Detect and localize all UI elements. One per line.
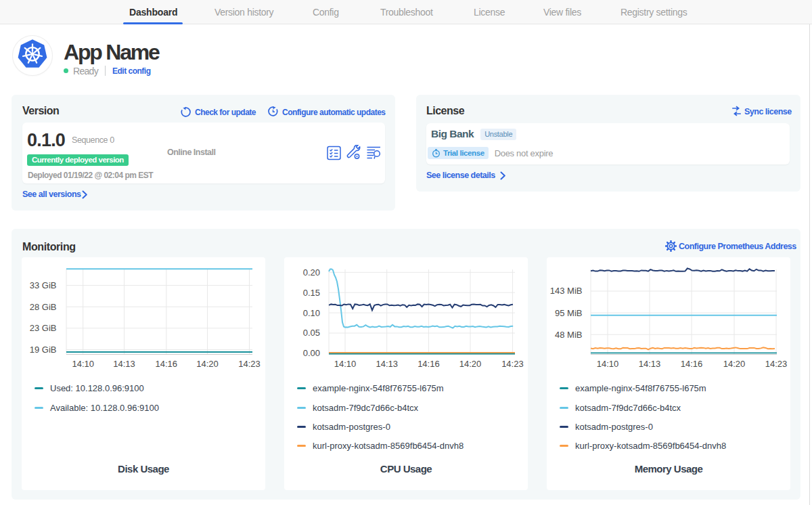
svg-text:14:20: 14:20 <box>196 359 219 369</box>
svg-text:14:13: 14:13 <box>113 359 135 369</box>
svg-text:14:10: 14:10 <box>334 359 357 369</box>
svg-text:14:20: 14:20 <box>723 359 746 369</box>
svg-text:14:20: 14:20 <box>459 359 482 369</box>
svg-text:143 MiB: 143 MiB <box>550 286 583 296</box>
svg-text:48 MiB: 48 MiB <box>555 330 582 340</box>
svg-text:23 GiB: 23 GiB <box>30 323 57 333</box>
svg-text:14:13: 14:13 <box>639 359 661 369</box>
svg-text:14:23: 14:23 <box>501 359 524 369</box>
svg-text:14:10: 14:10 <box>597 359 619 369</box>
svg-text:0.15: 0.15 <box>303 288 320 298</box>
svg-text:0.00: 0.00 <box>303 348 320 358</box>
svg-text:14:10: 14:10 <box>72 359 94 369</box>
svg-text:0.05: 0.05 <box>303 328 320 338</box>
svg-text:14:16: 14:16 <box>681 359 703 369</box>
svg-text:14:13: 14:13 <box>376 359 398 369</box>
svg-text:95 MiB: 95 MiB <box>555 308 582 318</box>
svg-text:19 GiB: 19 GiB <box>30 345 57 355</box>
svg-text:0.20: 0.20 <box>303 267 320 278</box>
svg-text:0.10: 0.10 <box>303 308 320 318</box>
svg-text:28 GiB: 28 GiB <box>30 302 57 312</box>
svg-text:14:16: 14:16 <box>418 359 440 369</box>
svg-text:33 GiB: 33 GiB <box>30 280 57 290</box>
svg-text:14:23: 14:23 <box>238 359 261 369</box>
svg-text:14:16: 14:16 <box>156 359 178 369</box>
svg-text:14:23: 14:23 <box>765 359 788 369</box>
